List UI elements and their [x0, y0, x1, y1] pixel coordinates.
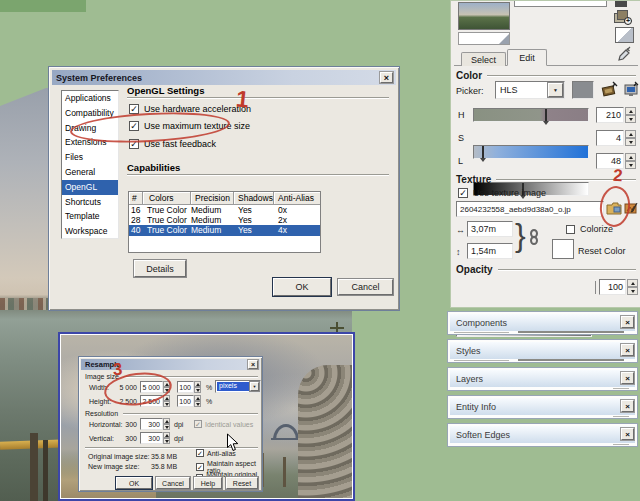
viewport-sky-strip — [0, 0, 86, 12]
match-screen-color-icon[interactable] — [623, 81, 640, 100]
width-percent-stepper[interactable] — [194, 381, 201, 393]
table-row-selected[interactable]: 40 True Color Medium Yes 4x — [129, 225, 320, 236]
sidebar-item-workspace[interactable]: Workspace — [62, 224, 118, 239]
saturation-slider[interactable] — [473, 145, 589, 159]
width-percent-input[interactable]: 100 — [177, 381, 194, 393]
picker-dropdown[interactable]: HLS ▼ — [495, 81, 565, 99]
opacity-section-heading: Opacity — [456, 264, 636, 275]
hue-slider-label: H — [458, 110, 465, 120]
column-header-precision[interactable]: Precision — [191, 192, 234, 205]
aspect-brace: } — [515, 217, 526, 254]
default-material-swatch[interactable] — [615, 27, 634, 43]
opacity-slider-endcap — [595, 281, 596, 294]
saturation-value-field[interactable]: 4 — [596, 130, 624, 146]
material-name-field[interactable] — [514, 1, 607, 7]
sidebar-item-files[interactable]: Files — [62, 150, 118, 165]
sidebar-item-opengl[interactable]: OpenGL — [62, 180, 118, 195]
tray-panel-title[interactable]: Styles — [450, 342, 635, 359]
sidebar-item-general[interactable]: General — [62, 165, 118, 180]
texture-filename-field[interactable]: 2604232558_aebd9d38a0_o.jp — [456, 201, 604, 217]
table-row[interactable]: 16 True Color Medium Yes 0x — [129, 205, 320, 215]
unit-dropdown[interactable]: pixels ▼ — [215, 380, 261, 393]
close-icon[interactable]: × — [248, 360, 258, 369]
display-pane-icon[interactable] — [615, 1, 627, 7]
use-texture-image-checkbox[interactable]: ✓ — [458, 188, 468, 198]
hardware-acceleration-checkbox[interactable]: ✓ — [129, 104, 139, 114]
tab-select[interactable]: Select — [461, 52, 506, 66]
lightness-stepper[interactable] — [625, 153, 636, 169]
horizontal-input[interactable]: 300 — [140, 418, 163, 430]
create-material-icon[interactable]: + — [612, 10, 632, 25]
match-object-color-icon[interactable] — [600, 79, 620, 101]
tab-edit[interactable]: Edit — [507, 49, 547, 66]
opacity-stepper[interactable] — [627, 279, 638, 295]
resample-titlebar[interactable]: Resample — [81, 359, 260, 370]
help-button[interactable]: Help — [194, 477, 222, 489]
colorize-checkbox[interactable] — [566, 225, 575, 234]
reset-button[interactable]: Reset — [226, 477, 258, 489]
aspect-lock-chain-icon[interactable] — [530, 229, 538, 245]
image-size-group-label: Image size — [85, 373, 258, 380]
preferences-category-list[interactable]: Applications Compatibility Drawing Exten… — [61, 90, 119, 239]
tab-edit-label: Edit — [519, 53, 535, 63]
identical-values-checkbox[interactable]: ✓ — [194, 420, 202, 428]
tray-panel-title[interactable]: Layers — [450, 370, 635, 387]
antialias-checkbox[interactable]: ✓ — [196, 449, 204, 457]
new-size-value: 35.8 MB — [151, 463, 177, 470]
close-icon[interactable]: × — [621, 316, 634, 328]
hue-value-field[interactable]: 210 — [596, 107, 624, 123]
close-icon[interactable]: × — [380, 72, 393, 83]
horizontal-stepper[interactable] — [163, 418, 170, 430]
height-percent-stepper[interactable] — [194, 395, 201, 407]
vertical-label: Vertical: — [89, 435, 114, 442]
close-icon[interactable]: × — [621, 372, 634, 384]
horizontal-dpi-label: dpi — [174, 421, 183, 428]
mouse-cursor — [226, 433, 239, 456]
details-button[interactable]: Details — [134, 260, 186, 277]
tray-panel-title[interactable]: Entity Info — [450, 398, 635, 415]
tray-panel-title[interactable]: Components — [450, 314, 635, 331]
picker-value: HLS — [500, 85, 518, 95]
column-header-antialias[interactable]: Anti-Alias — [274, 192, 320, 205]
tray-panel-entity-info: Entity Info × — [447, 395, 638, 419]
maintain-aspect-ratio-checkbox[interactable]: ✓ — [196, 463, 204, 471]
material-preview-thumbnail[interactable] — [458, 2, 510, 30]
hue-slider[interactable] — [473, 108, 589, 122]
height-percent-input[interactable]: 100 — [177, 395, 194, 407]
wood-post — [43, 440, 48, 501]
reset-color-label[interactable]: Reset Color — [578, 246, 626, 256]
column-header-colors[interactable]: Colors — [143, 192, 191, 205]
sidebar-item-shortcuts[interactable]: Shortcuts — [62, 195, 118, 210]
vertical-input[interactable]: 300 — [140, 432, 163, 444]
close-icon[interactable]: × — [621, 400, 634, 412]
reset-color-swatch[interactable] — [552, 239, 574, 259]
check-icon: ✓ — [130, 105, 138, 114]
vertical-stepper[interactable] — [163, 432, 170, 444]
close-icon[interactable]: × — [621, 428, 634, 440]
saturation-stepper[interactable] — [625, 130, 636, 146]
hue-slider-handle[interactable] — [545, 109, 547, 121]
column-header-number[interactable]: # — [129, 192, 143, 205]
hue-stepper[interactable] — [625, 107, 636, 123]
close-icon[interactable]: × — [621, 344, 634, 356]
unit-dropdown-arrow[interactable]: ▼ — [250, 382, 259, 391]
table-row[interactable]: 28 True Color Medium Yes 2x — [129, 215, 320, 225]
original-size-label: Original image size: — [88, 453, 149, 460]
capabilities-table[interactable]: # Colors Precision Shadows Anti-Alias 16… — [128, 191, 321, 253]
cancel-button[interactable]: Cancel — [156, 477, 190, 489]
column-header-shadows[interactable]: Shadows — [234, 192, 274, 205]
ok-button[interactable]: OK — [273, 278, 331, 296]
sidebar-item-applications[interactable]: Applications — [62, 91, 118, 106]
ok-button[interactable]: OK — [116, 477, 152, 489]
eyedropper-icon[interactable] — [617, 45, 633, 65]
opacity-value-field[interactable]: 100 — [599, 279, 626, 295]
resample-dialog: Resample × Image size Width: 5 000 5 000… — [78, 356, 263, 492]
tray-panel-title[interactable]: Soften Edges — [450, 426, 635, 443]
saturation-slider-handle[interactable] — [482, 146, 484, 158]
dropdown-arrow-button[interactable]: ▼ — [548, 83, 563, 97]
texture-width-field[interactable]: 3,07m — [467, 221, 513, 237]
cancel-button[interactable]: Cancel — [338, 279, 393, 295]
texture-height-field[interactable]: 1,54m — [467, 243, 513, 259]
system-preferences-titlebar[interactable]: System Preferences — [52, 70, 396, 85]
sidebar-item-template[interactable]: Template — [62, 209, 118, 224]
